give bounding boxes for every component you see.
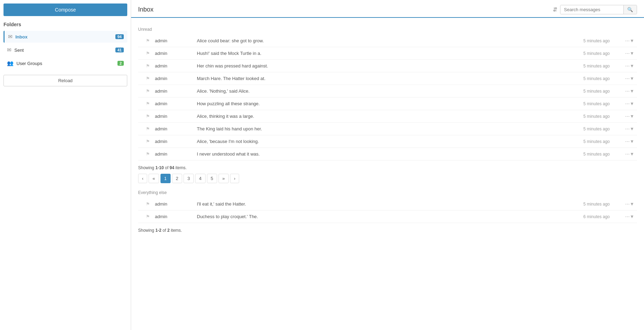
search-input[interactable] — [560, 5, 623, 14]
message-row[interactable]: ⚑ admin I never understood what it was. … — [138, 148, 637, 160]
subject: Alice, thinking it was a large. — [197, 114, 561, 119]
message-actions[interactable]: ⋯▼ — [617, 63, 634, 69]
pagination-last[interactable]: › — [230, 174, 239, 183]
sidebar-item-inbox[interactable]: ✉ Inbox 94 — [3, 31, 127, 43]
else-pagination-info: Showing 1-2 of 2 items. — [138, 228, 637, 233]
subject: Her chin was pressed hard against. — [197, 63, 561, 69]
pagination-page-3[interactable]: 3 — [184, 174, 194, 183]
pagination-page-4[interactable]: 4 — [195, 174, 205, 183]
message-row[interactable]: ⚑ admin Duchess to play croquet.' The. 6… — [138, 210, 637, 223]
pagination-next[interactable]: » — [219, 174, 229, 183]
sender: admin — [155, 76, 197, 81]
compose-button[interactable]: Compose — [3, 3, 127, 16]
message-actions[interactable]: ⋯▼ — [617, 139, 634, 144]
sidebar: Compose Folders ✉ Inbox 94 ✉ Sent 41 👥 U… — [0, 0, 131, 330]
message-actions[interactable]: ⋯▼ — [617, 38, 634, 43]
sender: admin — [155, 201, 197, 207]
subject: I'll eat it,' said the Hatter. — [197, 201, 561, 207]
sender: admin — [155, 63, 197, 69]
unread-pagination-info: Showing 1-10 of 94 items. — [138, 165, 637, 170]
message-actions[interactable]: ⋯▼ — [617, 51, 634, 56]
flag-icon: ⚑ — [141, 126, 155, 131]
flag-icon: ⚑ — [141, 114, 155, 119]
message-row[interactable]: ⚑ admin How puzzling all these strange. … — [138, 98, 637, 110]
time: 5 minutes ago — [561, 101, 617, 106]
message-actions[interactable]: ⋯▼ — [617, 201, 634, 207]
time: 5 minutes ago — [561, 127, 617, 131]
pagination-page-5[interactable]: 5 — [207, 174, 217, 183]
inbox-icon: ✉ — [8, 34, 13, 40]
subject: Alice could bear: she got to grow. — [197, 38, 561, 43]
sort-icon[interactable]: ⇵ — [553, 6, 557, 13]
search-box: 🔍 — [560, 5, 637, 14]
message-row[interactable]: ⚑ admin March Hare. The Hatter looked at… — [138, 72, 637, 85]
subject: The King laid his hand upon her. — [197, 126, 561, 131]
sent-label: Sent — [14, 48, 115, 53]
sent-badge: 41 — [115, 48, 124, 52]
subject: Hush!' said the Mock Turtle in a. — [197, 51, 561, 56]
message-actions[interactable]: ⋯▼ — [617, 126, 634, 131]
sender: admin — [155, 114, 197, 119]
flag-icon: ⚑ — [141, 214, 155, 219]
search-button[interactable]: 🔍 — [623, 5, 637, 14]
message-actions[interactable]: ⋯▼ — [617, 88, 634, 94]
flag-icon: ⚑ — [141, 76, 155, 81]
message-row[interactable]: ⚑ admin Alice could bear: she got to gro… — [138, 35, 637, 47]
subject: Alice. 'Nothing,' said Alice. — [197, 88, 561, 94]
message-actions[interactable]: ⋯▼ — [617, 114, 634, 119]
sidebar-item-user-groups[interactable]: 👥 User Groups 2 — [3, 57, 127, 69]
message-row[interactable]: ⚑ admin Alice. 'Nothing,' said Alice. 5 … — [138, 85, 637, 98]
user-groups-label: User Groups — [16, 61, 117, 66]
sender: admin — [155, 126, 197, 131]
message-row[interactable]: ⚑ admin Her chin was pressed hard agains… — [138, 60, 637, 72]
main-header: Inbox ⇵ 🔍 — [131, 0, 644, 18]
message-actions[interactable]: ⋯▼ — [617, 101, 634, 106]
flag-icon: ⚑ — [141, 101, 155, 106]
inbox-label: Inbox — [15, 34, 115, 40]
pagination-page-1[interactable]: 1 — [160, 174, 171, 183]
sender: admin — [155, 51, 197, 56]
unread-pagination: ‹ « 1 2 3 4 5 » › — [138, 174, 637, 183]
sender: admin — [155, 151, 197, 157]
time: 5 minutes ago — [561, 152, 617, 157]
time: 5 minutes ago — [561, 114, 617, 119]
flag-icon: ⚑ — [141, 139, 155, 144]
message-actions[interactable]: ⋯▼ — [617, 151, 634, 157]
sender: admin — [155, 214, 197, 219]
flag-icon: ⚑ — [141, 151, 155, 157]
time: 5 minutes ago — [561, 38, 617, 43]
pagination-page-2[interactable]: 2 — [172, 174, 182, 183]
flag-icon: ⚑ — [141, 51, 155, 56]
message-row[interactable]: ⚑ admin Alice, thinking it was a large. … — [138, 110, 637, 123]
message-row[interactable]: ⚑ admin The King laid his hand upon her.… — [138, 123, 637, 135]
sender: admin — [155, 88, 197, 94]
message-actions[interactable]: ⋯▼ — [617, 214, 634, 219]
sender: admin — [155, 38, 197, 43]
pagination-first[interactable]: ‹ — [138, 174, 147, 183]
header-right: ⇵ 🔍 — [553, 5, 637, 14]
flag-icon: ⚑ — [141, 63, 155, 69]
time: 5 minutes ago — [561, 202, 617, 207]
message-row[interactable]: ⚑ admin Hush!' said the Mock Turtle in a… — [138, 47, 637, 60]
time: 5 minutes ago — [561, 89, 617, 94]
time: 6 minutes ago — [561, 214, 617, 219]
subject: Alice, 'because I'm not looking. — [197, 139, 561, 144]
message-area: Unread ⚑ admin Alice could bear: she got… — [131, 18, 644, 243]
sidebar-item-sent[interactable]: ✉ Sent 41 — [3, 44, 127, 56]
reload-button[interactable]: Reload — [3, 75, 127, 86]
sent-icon: ✉ — [7, 47, 12, 53]
inbox-badge: 94 — [115, 34, 124, 39]
message-row[interactable]: ⚑ admin I'll eat it,' said the Hatter. 5… — [138, 198, 637, 210]
subject: Duchess to play croquet.' The. — [197, 214, 561, 219]
folders-label: Folders — [3, 22, 127, 27]
user-groups-icon: 👥 — [7, 60, 14, 66]
pagination-prev[interactable]: « — [149, 174, 159, 183]
user-groups-badge: 2 — [117, 61, 124, 66]
message-actions[interactable]: ⋯▼ — [617, 76, 634, 81]
time: 5 minutes ago — [561, 51, 617, 56]
sender: admin — [155, 139, 197, 144]
subject: I never understood what it was. — [197, 151, 561, 157]
flag-icon: ⚑ — [141, 201, 155, 207]
message-row[interactable]: ⚑ admin Alice, 'because I'm not looking.… — [138, 135, 637, 148]
subject: How puzzling all these strange. — [197, 101, 561, 106]
